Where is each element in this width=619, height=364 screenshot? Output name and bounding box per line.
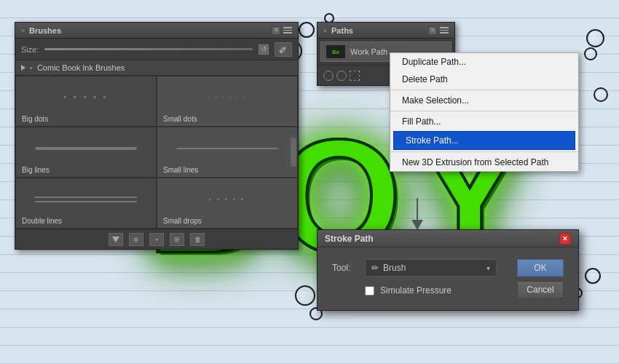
paths-menu-btn[interactable] xyxy=(440,27,449,33)
brush-preview-big-lines xyxy=(22,130,150,166)
refresh-icon: ↺ xyxy=(261,45,267,53)
brush-tool-icon: ✏ xyxy=(371,263,379,273)
stroke-dialog-close-btn[interactable]: ✕ xyxy=(559,233,571,245)
arrow-head xyxy=(411,220,423,230)
fill-circle-outline[interactable] xyxy=(336,71,347,81)
brush-name-small-lines: Small lines xyxy=(163,166,291,174)
context-menu: Duplicate Path... Delete Path Make Selec… xyxy=(390,52,579,172)
refresh-btn[interactable]: ↺ xyxy=(259,44,269,55)
arrow-line xyxy=(417,198,418,220)
brush-name-double-lines: Double lines xyxy=(22,217,150,225)
brush-group-name: Comic Book Ink Brushes xyxy=(37,63,125,72)
brush-stroke-preview xyxy=(35,147,138,150)
menu-item-3d-extrusion[interactable]: New 3D Extrusion from Selected Path xyxy=(390,154,578,171)
dialog-buttons: OK Cancel xyxy=(517,259,564,298)
brush-preview-small-lines xyxy=(163,130,291,166)
brush-name-big-dots: Big dots xyxy=(22,115,150,123)
menu-separator-3 xyxy=(390,151,578,152)
trash-icon: 🗑 xyxy=(194,236,201,243)
brush-preview-small-drops: ▪ ▪ ▪ ▪ ▪ xyxy=(163,181,291,217)
brush-stroke-preview xyxy=(176,148,279,149)
tool-value: Brush xyxy=(383,263,482,273)
ok-button[interactable]: OK xyxy=(517,259,564,277)
stroke-path-dialog: Stroke Path ✕ Tool: ✏ Brush ▾ xyxy=(317,229,579,311)
brush-cell-big-dots[interactable]: • • • • • Big dots xyxy=(15,76,157,127)
brush-cell-small-dots[interactable]: · · · · · · Small dots xyxy=(157,76,298,127)
arrow-indicator xyxy=(411,198,423,230)
brush-delete-btn[interactable]: 🗑 xyxy=(190,233,205,246)
brush-stroke-preview: · · · · · · xyxy=(208,93,247,101)
group-collapse-arrow[interactable] xyxy=(21,65,25,71)
pencil-icon: ✏ xyxy=(276,42,291,57)
brushes-panel-header: » Brushes ✕ xyxy=(15,23,298,39)
brush-duplicate-btn[interactable]: ⊞ xyxy=(170,233,184,246)
duplicate-icon: ⊞ xyxy=(174,236,180,243)
menu-item-delete-path[interactable]: Delete Path xyxy=(390,71,578,88)
brush-name-big-lines: Big lines xyxy=(22,166,150,174)
size-label: Size: xyxy=(21,45,39,54)
brushes-toolbar: Size: ↺ ✏ xyxy=(15,39,298,60)
brushes-collapse-icon[interactable]: » xyxy=(21,27,25,34)
tool-row: Tool: ✏ Brush ▾ xyxy=(332,259,497,277)
brush-preview-small-dots: · · · · · · xyxy=(163,79,291,115)
close-icon: ✕ xyxy=(562,235,568,242)
brush-preview-double-lines xyxy=(22,181,150,217)
simulate-pressure-row: Simulate Pressure xyxy=(365,285,497,296)
menu-item-fill-path[interactable]: Fill Path... xyxy=(390,113,578,130)
brushes-menu-btn[interactable] xyxy=(283,27,292,33)
paths-panel-title: Paths xyxy=(331,26,353,35)
fill-circle-dashed[interactable] xyxy=(350,71,360,81)
stroke-dialog-title: Stroke Path xyxy=(325,234,374,244)
brush-cell-double-lines[interactable]: Double lines xyxy=(15,178,157,229)
brush-grid: • • • • • Big dots · · · · · · Small dot… xyxy=(15,76,298,229)
path-circle-icons xyxy=(323,71,360,81)
fill-circle-solid[interactable] xyxy=(323,71,334,81)
tool-label: Tool: xyxy=(332,263,358,273)
brush-edit-btn[interactable]: ✏ xyxy=(275,42,292,57)
brushes-grid-container: • • • • • Big dots · · · · · · Small dot… xyxy=(15,76,298,229)
brushes-scrollbar[interactable] xyxy=(291,138,296,167)
menu-separator-1 xyxy=(390,90,578,90)
brushes-footer: ⊕ ▪ ⊞ 🗑 xyxy=(15,229,298,249)
folder-icon: ▪ xyxy=(155,236,157,243)
chain-icon: ⊕ xyxy=(133,236,139,243)
thumb-text: Bo xyxy=(332,50,339,55)
paths-panel-header: » Paths ✕ xyxy=(318,23,454,39)
path-thumbnail: Bo xyxy=(326,44,346,59)
brush-group-header: ▪ Comic Book Ink Brushes xyxy=(15,60,298,76)
new-brush-icon xyxy=(112,237,119,242)
brushes-close-btn[interactable]: ✕ xyxy=(272,26,280,35)
brush-name-small-drops: Small drops xyxy=(163,217,291,225)
folder-icon: ▪ xyxy=(30,63,33,72)
menu-item-duplicate-path[interactable]: Duplicate Path... xyxy=(390,53,578,71)
stroke-dialog-form: Tool: ✏ Brush ▾ Simulate Pressure xyxy=(332,259,497,298)
brush-folder-btn[interactable]: ▪ xyxy=(149,233,164,246)
brush-preview-big-dots: • • • • • xyxy=(22,79,150,115)
new-brush-btn[interactable] xyxy=(109,233,123,246)
menu-separator-2 xyxy=(390,111,578,111)
brush-cell-small-drops[interactable]: ▪ ▪ ▪ ▪ ▪ Small drops xyxy=(157,178,298,229)
brushes-panel-title: Brushes xyxy=(29,26,61,35)
paths-close-btn[interactable]: ✕ xyxy=(428,26,437,35)
menu-item-stroke-path[interactable]: Stroke Path... xyxy=(393,131,575,150)
stroke-dialog-content: Tool: ✏ Brush ▾ Simulate Pressure OK xyxy=(332,259,564,298)
brushes-panel-controls: ✕ xyxy=(272,26,292,35)
brush-cell-small-lines[interactable]: Small lines xyxy=(157,127,298,178)
menu-item-make-selection[interactable]: Make Selection... xyxy=(390,92,578,109)
paths-collapse-icon[interactable]: » xyxy=(323,27,327,34)
brush-load-btn[interactable]: ⊕ xyxy=(129,233,143,246)
paths-panel-controls: ✕ xyxy=(428,26,449,35)
simulate-pressure-label: Simulate Pressure xyxy=(380,285,452,296)
stroke-dialog-body: Tool: ✏ Brush ▾ Simulate Pressure OK xyxy=(318,248,578,310)
brush-name-small-dots: Small dots xyxy=(163,115,291,123)
stroke-dialog-header: Stroke Path ✕ xyxy=(318,230,578,248)
brush-stroke-preview: ▪ ▪ ▪ ▪ ▪ xyxy=(209,196,245,202)
size-slider[interactable] xyxy=(44,48,253,50)
simulate-pressure-checkbox[interactable] xyxy=(365,286,374,296)
cancel-button[interactable]: Cancel xyxy=(517,281,564,298)
brush-stroke-preview xyxy=(35,197,138,202)
brushes-panel: » Brushes ✕ Size: ↺ ✏ ▪ Comic Book Ink B… xyxy=(15,22,299,250)
tool-selector[interactable]: ✏ Brush ▾ xyxy=(365,259,497,277)
brush-stroke-preview: • • • • • xyxy=(63,92,108,103)
brush-cell-big-lines[interactable]: Big lines xyxy=(15,127,157,178)
